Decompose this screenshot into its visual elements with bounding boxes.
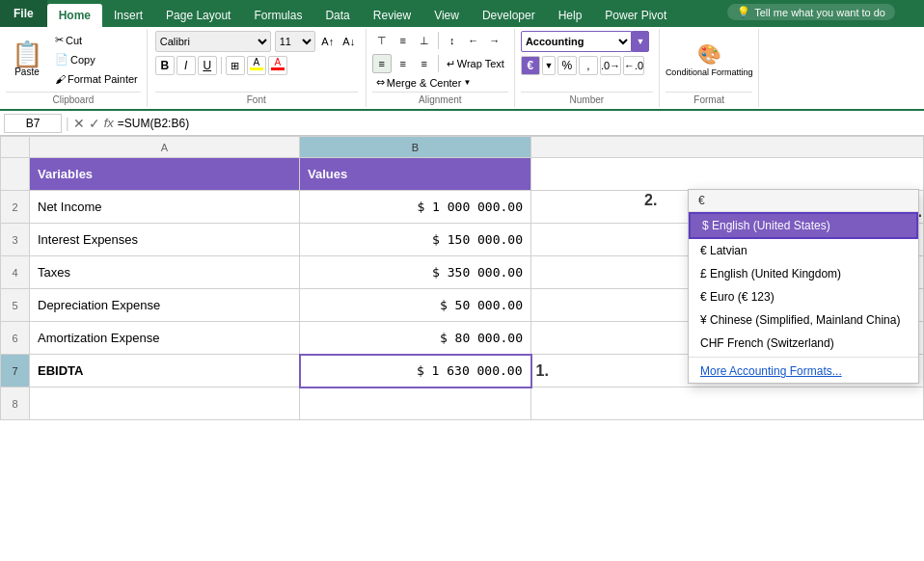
tab-formulas[interactable]: Formulas [242, 4, 313, 27]
cell-b6[interactable]: $ 80 000.00 [300, 322, 531, 355]
font-size-increase-button[interactable]: A↑ [319, 33, 337, 50]
copy-icon: 📄 [55, 53, 68, 66]
dropdown-item-selected[interactable]: $ English (United States) [689, 212, 918, 239]
cell-a4[interactable]: Taxes [30, 256, 300, 289]
conditional-formatting-button[interactable]: 🎨 Conditional Formatting [666, 42, 753, 77]
dropdown-item-chf[interactable]: CHF French (Switzerland) [689, 332, 918, 355]
tab-home[interactable]: Home [47, 4, 102, 27]
cell-a5[interactable]: Depreciation Expense [30, 289, 300, 322]
cell-reference-input[interactable]: B7 [4, 114, 62, 133]
cut-label: Cut [66, 35, 82, 46]
file-tab-label: File [14, 7, 34, 20]
row-header: 3 [1, 224, 30, 256]
border-button[interactable]: ⊞ [226, 56, 245, 75]
align-left-button[interactable]: ≡ [372, 54, 392, 73]
font-size-decrease-button[interactable]: A↓ [340, 33, 358, 50]
percent-button[interactable]: % [557, 56, 577, 75]
tab-power-pivot[interactable]: Power Pivot [593, 4, 678, 27]
dropdown-item-latvian[interactable]: € Latvian [689, 239, 918, 262]
accounting-format-select[interactable]: Accounting [521, 31, 632, 52]
tab-view[interactable]: View [422, 4, 471, 27]
lightbulb-icon: 💡 [737, 6, 750, 18]
paste-icon: 📋 [12, 41, 42, 67]
font-name-select[interactable]: Calibri [155, 31, 271, 52]
col-header-a[interactable]: A [30, 137, 300, 158]
copy-button[interactable]: 📄 Copy [52, 52, 141, 67]
accounting-dropdown-btn2[interactable]: ▼ [542, 56, 556, 75]
cell-b7[interactable]: $ 1 630 000.00 [300, 355, 531, 387]
file-tab-button[interactable]: File [0, 0, 47, 27]
cell-b8[interactable] [300, 387, 531, 420]
text-direction-button[interactable]: ↕ [443, 31, 462, 50]
cell-a6[interactable]: Amortization Expense [30, 322, 300, 355]
merge-center-label: Merge & Center [387, 77, 462, 89]
tab-developer[interactable]: Developer [471, 4, 547, 27]
dropdown-item-euro[interactable]: € Euro (€ 123) [689, 285, 918, 308]
col-header-extra [531, 137, 924, 158]
corner-header [1, 137, 30, 158]
font-color-button[interactable]: A [268, 56, 287, 75]
indent-increase-button[interactable]: → [485, 31, 504, 50]
cell-b1[interactable]: Values [300, 158, 531, 191]
step-label-1: 1. [536, 362, 549, 379]
more-accounting-formats-link[interactable]: More Accounting Formats... [689, 360, 918, 383]
cancel-icon[interactable]: ✕ [73, 116, 85, 131]
tab-insert[interactable]: Insert [102, 4, 154, 27]
dropdown-item-uk[interactable]: £ English (United Kingdom) [689, 262, 918, 285]
dropdown-item-chinese[interactable]: ¥ Chinese (Simplified, Mainland China) [689, 308, 918, 332]
tab-page-layout[interactable]: Page Layout [154, 4, 242, 27]
comma-button[interactable]: , [579, 56, 598, 75]
col-header-b[interactable]: B [300, 137, 531, 158]
wrap-text-label: Wrap Text [457, 58, 504, 69]
cell-a1[interactable]: Variables [30, 158, 300, 191]
format-painter-button[interactable]: 🖌 Format Painter [52, 72, 141, 86]
merge-center-button[interactable]: ⇔ Merge & Center ▼ [372, 75, 476, 90]
font-size-select[interactable]: 11 [275, 31, 315, 52]
fx-icon[interactable]: fx [104, 116, 114, 130]
indent-decrease-button[interactable]: ← [464, 31, 483, 50]
clipboard-group: 📋 Paste ✂ Cut 📄 Copy 🖌 Format Painter [0, 29, 148, 107]
bold-button[interactable]: B [155, 56, 175, 75]
cell-b3[interactable]: $ 150 000.00 [300, 224, 531, 256]
align-center-button[interactable]: ≡ [394, 54, 413, 73]
tab-review[interactable]: Review [362, 4, 422, 27]
cell-a7[interactable]: EBIDTA [30, 355, 300, 387]
confirm-icon[interactable]: ✓ [89, 116, 100, 131]
cell-b2[interactable]: $ 1 000 000.00 [300, 191, 531, 224]
tab-data[interactable]: Data [313, 4, 361, 27]
alignment-group-label: Alignment [372, 92, 508, 105]
alignment-group: ⊤ ≡ ⊥ ↕ ← → ≡ ≡ ≡ ↵ Wrap Text ⇔ Merge & … [367, 29, 515, 107]
dropdown-currency-header: € [689, 190, 918, 212]
row-header: 8 [1, 387, 30, 420]
wrap-text-icon: ↵ [447, 58, 455, 70]
align-middle-button[interactable]: ≡ [394, 31, 413, 50]
conditional-formatting-icon: 🎨 [697, 42, 721, 66]
cell-b4[interactable]: $ 350 000.00 [300, 256, 531, 289]
fill-color-button[interactable]: A [247, 56, 266, 75]
align-top-button[interactable]: ⊤ [372, 31, 392, 50]
table-row: Variables Values [1, 158, 924, 191]
cell-a8[interactable] [30, 387, 300, 420]
tab-help[interactable]: Help [547, 4, 594, 27]
cell-b5[interactable]: $ 50 000.00 [300, 289, 531, 322]
decimal-increase-button[interactable]: .0→ [600, 56, 621, 75]
formula-bar: B7 | ✕ ✓ fx =SUM(B2:B6) [0, 111, 924, 136]
cut-button[interactable]: ✂ Cut [52, 33, 141, 47]
decimal-decrease-button[interactable]: ←.0 [623, 56, 644, 75]
paste-button[interactable]: 📋 Paste [6, 31, 48, 88]
align-bottom-button[interactable]: ⊥ [415, 31, 434, 50]
table-row: 8 [1, 387, 924, 420]
formula-input[interactable]: =SUM(B2:B6) [118, 117, 920, 130]
align-right-button[interactable]: ≡ [415, 54, 434, 73]
wrap-text-button[interactable]: ↵ Wrap Text [443, 57, 508, 71]
tell-me-area[interactable]: 💡 Tell me what you want to do [727, 4, 895, 20]
format-group-label: Format [666, 92, 753, 105]
cell-a2[interactable]: Net Income [30, 191, 300, 224]
clipboard-group-label: Clipboard [6, 92, 141, 105]
accounting-dropdown-button[interactable]: ▼ [632, 31, 649, 52]
row-header: 6 [1, 322, 30, 355]
cell-a3[interactable]: Interest Expenses [30, 224, 300, 256]
italic-button[interactable]: I [177, 56, 196, 75]
currency-symbol-button[interactable]: € [521, 56, 540, 75]
underline-button[interactable]: U [198, 56, 217, 75]
